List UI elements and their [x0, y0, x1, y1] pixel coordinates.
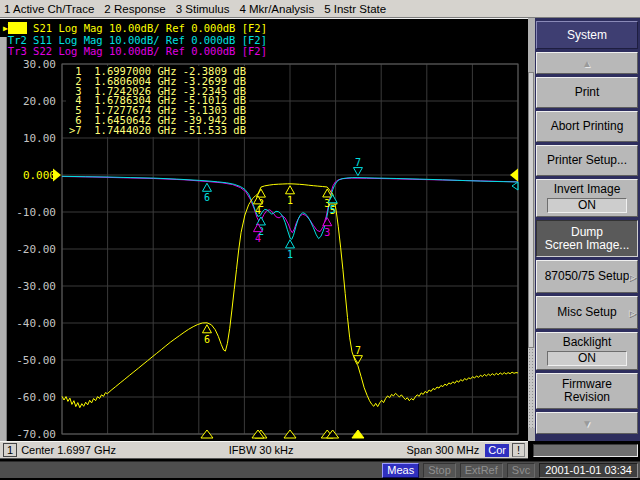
- marker-icon: [202, 183, 211, 191]
- softkey-label: Revision: [564, 391, 610, 404]
- softkey-firmware-revision[interactable]: FirmwareRevision: [536, 373, 638, 409]
- meas-status-badge: Meas: [382, 463, 419, 478]
- svc-status-badge: Svc: [507, 463, 535, 478]
- y-axis-tick-label: 0.000: [8, 170, 56, 181]
- marker-icon: [202, 325, 211, 333]
- softkey-scroll-down-button[interactable]: ▼: [536, 412, 638, 434]
- ref-level-arrow-s11-icon: [512, 182, 518, 190]
- marker-number-label: 1: [287, 195, 293, 206]
- ref-level-arrow-right-icon: [510, 169, 518, 182]
- softkey-printer-setup[interactable]: Printer Setup...: [536, 145, 638, 176]
- softkey-label: Screen Image...: [545, 239, 630, 252]
- scroll-up-icon: ▲: [582, 57, 592, 70]
- softkey-print[interactable]: Print: [536, 77, 638, 108]
- marker-number-label: 1: [287, 249, 293, 260]
- menu-item-3[interactable]: 3 Stimulus: [176, 3, 230, 15]
- marker-icon: [323, 218, 332, 226]
- softkey-dump-screen-image[interactable]: DumpScreen Image...: [536, 220, 638, 257]
- marker-table-row: >7 1.7444020 GHz -51.533 dB: [69, 126, 246, 136]
- softkey-toggle-state: ON: [547, 351, 627, 366]
- softkey-backlight[interactable]: BacklightON: [536, 332, 638, 370]
- softkey-scroll-up-button[interactable]: ▲: [536, 52, 638, 74]
- softkey-label: Misc Setup: [557, 306, 616, 319]
- y-axis-tick-label: -70.00: [8, 429, 56, 440]
- marker-number-label: 7: [355, 157, 361, 168]
- marker-number-label: 5: [330, 204, 336, 215]
- y-axis-tick-label: -50.00: [8, 355, 56, 366]
- submenu-arrow-icon: ▷: [629, 271, 636, 284]
- extref-status-badge: ExtRef: [460, 463, 503, 478]
- menu-item-2[interactable]: 2 Response: [104, 3, 165, 15]
- menu-item-4[interactable]: 4 Mkr/Analysis: [239, 3, 314, 15]
- softkey-menu-title[interactable]: System: [536, 21, 638, 49]
- marker-number-label: 6: [204, 192, 210, 203]
- y-axis-tick-label: -60.00: [8, 392, 56, 403]
- y-axis-tick-label: -30.00: [8, 281, 56, 292]
- softkey-column: System▲PrintAbort PrintingPrinter Setup.…: [535, 18, 640, 441]
- submenu-arrow-icon: ▷: [629, 307, 636, 320]
- y-axis-tick-label: -20.00: [8, 244, 56, 255]
- softkey-invert-image[interactable]: Invert ImageON: [536, 179, 638, 217]
- y-axis-tick-label: 10.00: [8, 133, 56, 144]
- softkey-label: Invert Image: [554, 183, 621, 196]
- scroll-down-icon: ▼: [582, 417, 592, 430]
- y-axis-tick-label: -40.00: [8, 318, 56, 329]
- panel-bottom-slot: [533, 444, 638, 457]
- ifbw-label: IFBW 30 kHz: [229, 444, 294, 456]
- marker-number-label: 6: [204, 334, 210, 345]
- stop-status-badge: Stop: [423, 463, 456, 478]
- y-axis-tick-label: 30.00: [8, 59, 56, 70]
- softkey-panel: System▲PrintAbort PrintingPrinter Setup.…: [528, 18, 640, 441]
- alert-badge: !: [512, 443, 525, 457]
- display-area: ▶Tr1 S21 Log Mag 10.00dB/ Ref 0.000dB [F…: [0, 18, 528, 441]
- marker-number-label: 3: [324, 227, 330, 238]
- softkey-label: Dump: [571, 226, 603, 239]
- span-label: Span 300 MHz: [406, 444, 479, 456]
- softkey-label: Backlight: [563, 336, 612, 349]
- marker-icon: [286, 240, 295, 248]
- marker-number-label: 4: [255, 233, 261, 244]
- marker-number-label: 7: [355, 345, 361, 356]
- status-bar: Meas Stop ExtRef Svc 2001-01-01 03:34: [0, 461, 640, 478]
- y-axis-tick-label: -10.00: [8, 207, 56, 218]
- left-scroll-strip: [0, 37, 7, 441]
- scrollbar-track[interactable]: [528, 348, 535, 428]
- center-frequency-label: Center 1.6997 GHz: [21, 444, 116, 456]
- marker-icon: [286, 186, 295, 194]
- datetime-display: 2001-01-01 03:34: [539, 463, 638, 478]
- correction-badge: Cor: [485, 444, 509, 457]
- softkey-misc-setup[interactable]: Misc Setup▷: [536, 296, 638, 329]
- active-marker-icon: [353, 168, 362, 176]
- menu-bar: 1 Active Ch/Trace2 Response3 Stimulus4 M…: [0, 0, 640, 18]
- channel-status-bar: 1 Center 1.6997 GHz IFBW 30 kHz Span 300…: [0, 441, 528, 459]
- y-axis-tick-label: 20.00: [8, 96, 56, 107]
- channel-number-badge: 1: [3, 443, 17, 457]
- menu-item-5[interactable]: 5 Instr State: [324, 3, 386, 15]
- softkey-label: 87050/75 Setup: [545, 270, 630, 283]
- softkey-abort-printing[interactable]: Abort Printing: [536, 111, 638, 142]
- softkey-scrollbar[interactable]: [528, 18, 535, 441]
- softkey-toggle-state: ON: [547, 198, 627, 213]
- marker-number-label: 4: [255, 205, 261, 216]
- scrollbar-thumb[interactable]: [528, 72, 534, 348]
- marker-table: 1 1.6997000 GHz -2.3809 dB 2 1.6806004 G…: [66, 66, 249, 137]
- menu-item-1[interactable]: 1 Active Ch/Trace: [4, 3, 94, 15]
- softkey-87050-75-setup[interactable]: 87050/75 Setup▷: [536, 260, 638, 293]
